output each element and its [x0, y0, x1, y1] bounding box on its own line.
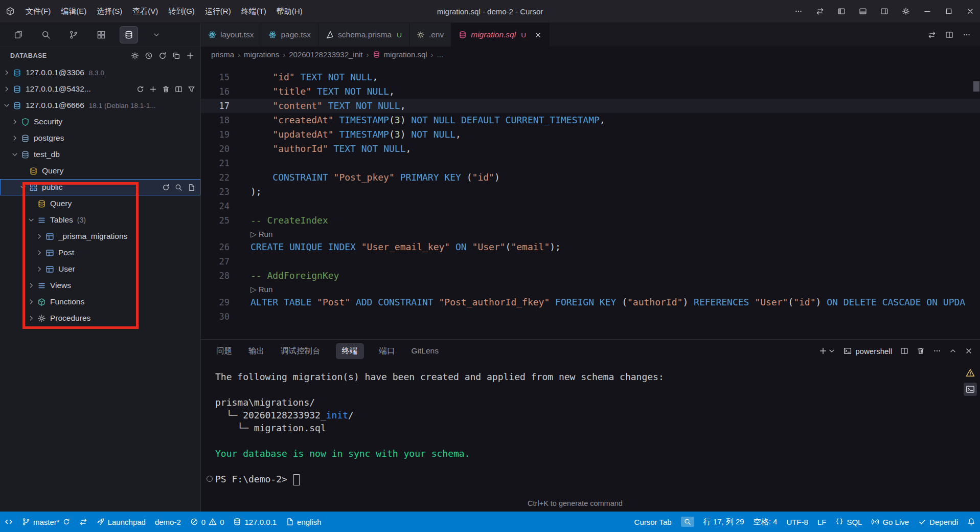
swap-layout-icon[interactable] [810, 0, 830, 23]
tab-layout-tsx[interactable]: layout.tsx [201, 23, 261, 47]
run-codelens[interactable]: ▷ Run [250, 285, 272, 294]
language-mode[interactable]: SQL [831, 512, 867, 532]
shell-selector[interactable]: powershell [844, 347, 892, 356]
close-tab-icon[interactable] [534, 31, 542, 39]
panel-tab-ports[interactable]: 端口 [378, 343, 396, 359]
delete-icon[interactable] [162, 85, 170, 93]
code-line[interactable]: 21 [201, 156, 980, 170]
tree-item-post-table[interactable]: Post [0, 245, 200, 261]
database-host-item[interactable]: 127.0.0.1 [229, 512, 281, 532]
scrollbar-thumb[interactable] [973, 81, 979, 92]
chevron-right-icon[interactable] [36, 265, 43, 273]
warning-icon[interactable] [966, 368, 975, 378]
tree-item-procedures[interactable]: Procedures [0, 310, 200, 326]
tree-item-query[interactable]: Query [0, 163, 200, 179]
more-actions-icon[interactable] [933, 347, 941, 355]
code-line[interactable]: 23); [201, 185, 980, 199]
toggle-panel-icon[interactable] [853, 0, 873, 23]
open-in-panel-icon[interactable] [175, 85, 183, 93]
chevron-right-icon[interactable] [3, 69, 10, 76]
panel-tab-terminal[interactable]: 终端 [336, 343, 364, 359]
code-line[interactable]: 17 "content" TEXT NOT NULL, [201, 99, 980, 113]
chevron-right-icon[interactable] [28, 282, 35, 289]
tree-item-connection-6666[interactable]: 127.0.0.1@6666 18.1 (Debian 18.1-1... [0, 97, 200, 114]
menu-file[interactable]: 文件(F) [20, 0, 56, 23]
tree-item-security[interactable]: Security [0, 114, 200, 130]
chevron-down-icon[interactable] [3, 102, 10, 109]
breadcrumb-item[interactable]: migration.sql [384, 50, 427, 59]
breadcrumb-item[interactable]: ... [437, 50, 444, 59]
menu-edit[interactable]: 编辑(E) [56, 0, 92, 23]
menu-view[interactable]: 查看(V) [127, 0, 163, 23]
spellcheck-language-item[interactable]: english [281, 512, 326, 532]
code-line[interactable]: 24 [201, 199, 980, 213]
split-terminal-icon[interactable] [900, 347, 908, 355]
panel-tab-problems[interactable]: 问题 [215, 343, 233, 359]
tab-page-tsx[interactable]: page.tsx [261, 23, 318, 47]
tree-item-tables[interactable]: Tables (3) [0, 212, 200, 228]
maximize-panel-chevron-icon[interactable] [949, 347, 956, 354]
toggle-secondary-sidebar-icon[interactable] [875, 0, 894, 23]
close-button[interactable] [961, 0, 980, 23]
chevron-right-icon[interactable] [11, 135, 18, 142]
more-actions-icon[interactable] [963, 31, 971, 39]
settings-gear-icon[interactable] [896, 0, 916, 23]
tab-migration-sql[interactable]: migration.sql U [451, 23, 550, 47]
menu-selection[interactable]: 选择(S) [92, 0, 127, 23]
code-line[interactable]: 26CREATE UNIQUE INDEX "User_email_key" O… [201, 240, 980, 254]
tree-item-functions[interactable]: Functions [0, 294, 200, 310]
code-line[interactable]: 15 "id" TEXT NOT NULL, [201, 70, 980, 84]
eol-setting[interactable]: LF [813, 512, 831, 532]
add-connection-icon[interactable] [186, 52, 194, 60]
go-live-item[interactable]: Go Live [867, 512, 914, 532]
chevron-right-icon[interactable] [36, 233, 43, 240]
codelens-line[interactable]: ▷ Run [201, 228, 980, 240]
code-line[interactable]: 27 [201, 254, 980, 269]
refresh-icon[interactable] [136, 85, 144, 93]
panel-tab-output[interactable]: 输出 [247, 343, 265, 359]
database-view-icon[interactable] [120, 26, 138, 43]
filter-icon[interactable] [188, 85, 195, 93]
chevron-right-icon[interactable] [3, 85, 10, 93]
code-line[interactable]: 28-- AddForeignKey [201, 269, 980, 283]
code-line[interactable]: 18 "createdAt" TIMESTAMP(3) NOT NULL DEF… [201, 113, 980, 127]
split-editor-icon[interactable] [945, 31, 953, 39]
code-line[interactable]: 30 [201, 309, 980, 324]
menu-help[interactable]: 帮助(H) [271, 0, 308, 23]
toggle-sidebar-icon[interactable] [832, 0, 851, 23]
codelens-line[interactable]: ▷ Run [201, 283, 980, 295]
history-icon[interactable] [145, 52, 153, 60]
cursor-tab-toggle[interactable]: Cursor Tab [630, 512, 676, 532]
compare-item[interactable] [75, 512, 92, 532]
source-control-icon[interactable] [64, 26, 83, 43]
chevron-down-icon[interactable] [11, 151, 18, 158]
code-line[interactable]: 20 "authorId" TEXT NOT NULL, [201, 142, 980, 156]
tree-item-query[interactable]: Query [0, 195, 200, 212]
menu-run[interactable]: 运行(R) [200, 0, 236, 23]
tree-item-test-db[interactable]: test_db [0, 146, 200, 163]
launchpad-item[interactable]: Launchpad [92, 512, 150, 532]
tab-env[interactable]: .env [409, 23, 451, 47]
cursor-position[interactable]: 行 17, 列 29 [699, 512, 749, 532]
minimize-button[interactable] [918, 0, 937, 23]
dependi-item[interactable]: Dependi [914, 512, 963, 532]
breadcrumb-item[interactable]: prisma [211, 50, 234, 59]
tree-item-connection-5432[interactable]: 127.0.0.1@5432... [0, 81, 200, 97]
tree-item-public-schema[interactable]: public [0, 179, 200, 195]
run-codelens[interactable]: ▷ Run [250, 230, 272, 238]
refresh-icon[interactable] [162, 184, 170, 191]
command-decoration-icon[interactable] [207, 476, 213, 482]
problems-item[interactable]: 0 0 [186, 512, 229, 532]
indentation-setting[interactable]: 空格: 4 [749, 512, 782, 532]
settings-gear-icon[interactable] [131, 52, 139, 60]
chevron-down-icon[interactable] [28, 216, 35, 224]
kill-terminal-icon[interactable] [917, 347, 925, 355]
add-icon[interactable] [149, 85, 157, 93]
tab-schema-prisma[interactable]: schema.prisma U [318, 23, 409, 47]
code-line[interactable]: 19 "updatedAt" TIMESTAMP(3) NOT NULL, [201, 127, 980, 142]
tree-item-user-table[interactable]: User [0, 261, 200, 277]
tree-item-views[interactable]: Views [0, 277, 200, 294]
zoom-item[interactable] [676, 512, 699, 532]
tree-item-prisma-migrations-table[interactable]: _prisma_migrations [0, 228, 200, 245]
chevron-right-icon[interactable] [28, 298, 35, 305]
